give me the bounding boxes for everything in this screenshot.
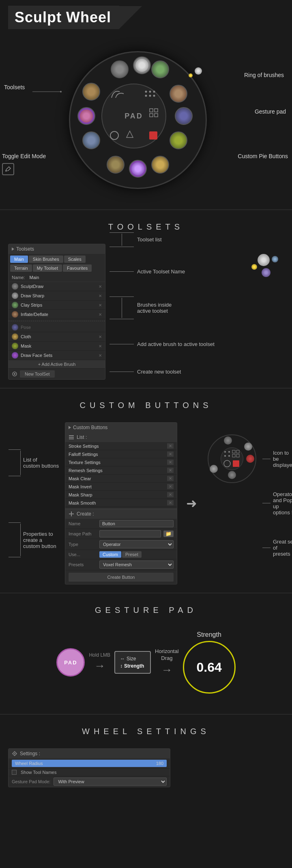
add-active-brush-btn[interactable]: + Add Active Brush [9,360,105,369]
annotation-line-toolsets [32,88,65,96]
brush-inflate[interactable]: Inflate/Deflate ✕ [9,310,105,319]
cb-item-4[interactable]: Mask Clear ✕ [65,475,177,483]
mini-brush [224,436,232,445]
strength-label: Strength [197,631,221,638]
brush-item[interactable] [133,56,151,74]
brush-face-sets[interactable]: Draw Face Sets ✕ [9,351,105,360]
gesture-pad-center[interactable]: PAD [101,84,166,148]
mini-circle-icon [223,460,231,468]
gesture-curve-icon [110,88,126,100]
create-icon [69,511,74,517]
cb-item-6[interactable]: Mask Sharp ✕ [65,491,177,499]
remove-brush-cloth[interactable]: ✕ [99,335,102,339]
tab-terrain[interactable]: Terrain [10,264,32,272]
ann-toolset-list: Toolset list [110,232,247,247]
brush-item[interactable] [170,85,187,103]
wheel-diagram-section: PAD Toolsets Ring of brushes Gesture pad… [0,35,292,209]
orb-decoration [187,67,211,92]
gesture-triangle-icon [126,130,134,138]
remove-cb-6[interactable]: ✕ [167,492,174,497]
ws-panel: Settings : Wheel Radius 180 Show Tool Na… [8,748,170,787]
brush-item[interactable] [77,107,95,125]
brush-item[interactable] [111,60,129,78]
use-custom-btn[interactable]: Custom [99,551,121,558]
gesture-mode-select[interactable]: With Preview Without Preview Disabled [54,778,167,786]
brush-item[interactable] [82,131,100,149]
tab-my-toolset[interactable]: My Toolset [33,264,62,272]
remove-cb-5[interactable]: ✕ [167,484,174,489]
cb-item-3[interactable]: Remesh Settings ✕ [65,466,177,475]
brush-item[interactable] [151,60,169,78]
tab-favourites[interactable]: Favourites [63,264,92,272]
cb-collapse-icon[interactable] [69,426,71,429]
brush-draw-sharp[interactable]: Draw Sharp ✕ [9,291,105,301]
remove-brush-1[interactable]: ✕ [99,294,102,298]
ann-presets-label: Great set of presets ! [273,539,292,557]
brush-item[interactable] [151,156,169,174]
use-preset-btn[interactable]: Preset [122,551,142,558]
form-use-label: Use... [69,552,97,557]
svg-point-5 [153,95,155,97]
edit-mode-icon[interactable] [2,163,14,175]
remove-cb-2[interactable]: ✕ [167,460,174,465]
svg-point-24 [228,451,230,453]
toolsets-annotations-col: Toolset list Active Toolset Name Brushes… [110,244,247,380]
brush-pose[interactable]: Pose [9,323,105,332]
svg-point-4 [149,95,151,97]
brush-icon-mask [12,343,18,349]
brush-mask[interactable]: Mask ✕ [9,342,105,351]
annotation-toolsets: Toolsets [4,84,25,91]
brush-item[interactable] [107,156,125,174]
remove-cb-4[interactable]: ✕ [167,476,174,481]
gesture-popup: ↔ Size ↕ Strength [114,651,151,674]
arrow1-icon: → [94,660,105,672]
brush-cloth[interactable]: Cloth ✕ [9,332,105,342]
gesture-dots-icon [144,90,156,98]
cb-item-1[interactable]: Falloff Settings ✕ [65,450,177,458]
remove-cb-0[interactable]: ✕ [167,443,174,449]
remove-cb-3[interactable]: ✕ [167,468,174,473]
form-type-select[interactable]: Operator Pop-up [99,540,174,548]
remove-cb-7[interactable]: ✕ [167,500,174,505]
wheel-settings-section: WHEEL SETTINGS Settings : Wheel Radius [0,715,292,804]
brush-item[interactable] [129,160,147,178]
tab-scales[interactable]: Scales [64,256,86,263]
brush-clay-strips[interactable]: Clay Strips ✕ [9,301,105,310]
remove-brush-mask[interactable]: ✕ [99,344,102,348]
ann-create-toolset: Create new toolset [110,369,247,375]
brush-item[interactable] [170,131,187,149]
brush-item[interactable] [82,83,100,101]
svg-rect-29 [232,454,235,457]
ann-list-label: List of custom buttons [23,457,59,469]
cb-item-0[interactable]: Stroke Settings ✕ [65,442,177,450]
form-name-input[interactable] [99,520,174,527]
form-presets-select[interactable]: Voxel Remesh Quad Remesh [99,561,174,569]
tab-skin-brushes[interactable]: Skin Brushes [29,256,63,263]
brush-sculptdraw[interactable]: SculptDraw ✕ [9,282,105,291]
svg-rect-8 [150,114,153,117]
svg-rect-30 [236,454,239,457]
cb-item-7[interactable]: Mask Smooth ✕ [65,499,177,507]
gear-icon [12,751,17,756]
remove-brush-2[interactable]: ✕ [99,303,102,307]
collapse-icon[interactable] [12,247,14,251]
remove-brush-0[interactable]: ✕ [99,284,102,289]
new-toolset-button[interactable]: New ToolSet [20,370,55,378]
form-image-input[interactable] [99,530,161,537]
tab-main[interactable]: Main [10,256,28,263]
remove-cb-1[interactable]: ✕ [167,451,174,457]
cb-item-2[interactable]: Texture Settings ✕ [65,458,177,466]
remove-brush-3[interactable]: ✕ [99,312,102,317]
show-names-checkbox[interactable] [12,770,17,775]
svg-point-31 [224,460,230,467]
create-button-btn[interactable]: Create Button [69,573,174,582]
annotation-ring: Ring of brushes [244,71,284,79]
folder-browse-button[interactable]: 📁 [163,531,174,537]
cb-item-5[interactable]: Mask Invert ✕ [65,483,177,491]
brush-item[interactable] [175,107,193,125]
popup-size: ↔ Size [120,655,145,662]
pad-circle[interactable]: PAD [56,648,85,677]
remove-brush-face[interactable]: ✕ [99,353,102,358]
ann-active-name-label: Active Toolset Name [137,269,185,275]
wheel-radius-slider[interactable]: Wheel Radius 180 [12,760,167,767]
